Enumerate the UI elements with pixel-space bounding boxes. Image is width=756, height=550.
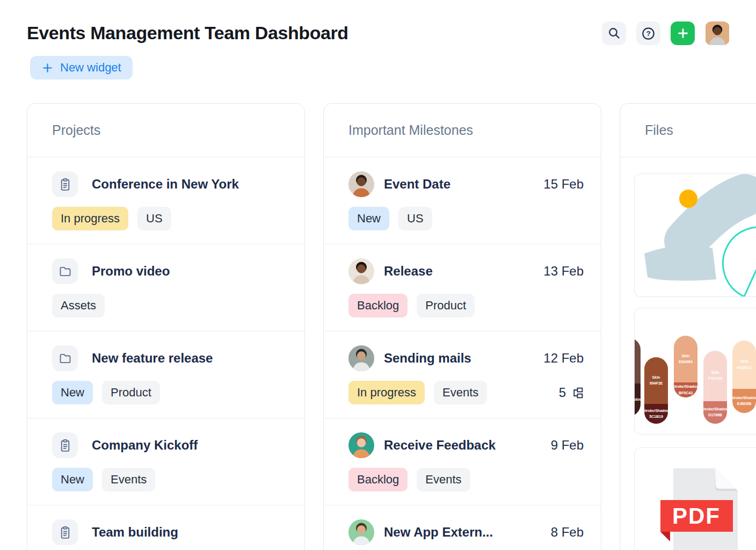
status-badge: New (52, 381, 93, 404)
project-row[interactable]: Conference in New York In progress US (27, 157, 304, 244)
tag-badge: Product (417, 294, 475, 317)
clipboard-icon (52, 171, 78, 197)
palette-swatch: Skin 994F2E Stroke/Shadow 5C1B19 (644, 357, 668, 424)
projects-widget: Projects Conference in New York In progr… (27, 103, 305, 550)
tag-badge: US (137, 207, 171, 230)
milestone-date: 13 Feb (538, 264, 584, 279)
milestone-row[interactable]: Receive Feedback 9 Feb Backlog Events (324, 418, 601, 505)
user-avatar-image (705, 21, 730, 45)
file-thumbnail-skin-palette[interactable]: Stroke/Shadow Skin 994F2E Stroke/Shadow … (634, 308, 756, 435)
palette-swatch: Skin E8A984 Stroke/Shadow BF5C43 (674, 336, 697, 397)
page-title: Events Management Team Dashboard (27, 23, 348, 44)
milestone-date: 15 Feb (538, 177, 584, 192)
pdf-file-icon: PDF (635, 448, 756, 550)
status-badge: In progress (348, 381, 425, 404)
search-button[interactable] (602, 21, 626, 45)
project-row[interactable]: Company Kickoff New Events (27, 418, 304, 505)
milestone-title: Event Date (384, 177, 450, 192)
project-title: Company Kickoff (92, 438, 198, 453)
status-badge: Backlog (348, 468, 408, 491)
clipboard-icon (52, 432, 78, 458)
account-avatar-button[interactable] (705, 21, 730, 45)
tag-badge: Events (102, 468, 155, 491)
project-row[interactable]: Promo video Assets (27, 244, 304, 331)
search-icon (607, 26, 621, 40)
status-badge: New (348, 207, 389, 230)
subtask-counter[interactable]: 5 (559, 385, 584, 400)
question-circle-icon: ? (641, 26, 656, 41)
palette-swatch: Stroke/Shadow (634, 338, 641, 416)
project-title: New feature release (92, 351, 213, 366)
assignee-avatar (348, 258, 374, 284)
clipboard-icon (52, 519, 78, 545)
milestone-title: Sending mails (384, 351, 471, 366)
add-button[interactable] (671, 21, 695, 45)
milestone-title: Receive Feedback (384, 438, 496, 453)
tag-badge: US (398, 207, 432, 230)
project-row[interactable]: Team building (27, 505, 304, 550)
svg-text:PDF: PDF (672, 503, 721, 529)
project-title: Team building (92, 525, 178, 540)
milestones-widget: Important Milestones Event Date 15 Feb N… (323, 103, 601, 550)
milestone-date: 9 Feb (546, 438, 584, 453)
project-title: Promo video (92, 264, 170, 279)
widget-title: Projects (27, 104, 304, 157)
milestone-date: 12 Feb (538, 351, 584, 366)
milestone-title: Release (384, 264, 433, 279)
project-row[interactable]: New feature release New Product (27, 331, 304, 418)
widget-title: Files (620, 104, 756, 157)
new-widget-button[interactable]: New widget (30, 56, 133, 79)
milestone-row[interactable]: Sending mails 12 Feb In progress Events … (324, 331, 601, 418)
tag-badge: Events (434, 381, 487, 404)
status-badge: Backlog (348, 294, 408, 317)
status-badge: New (52, 468, 93, 491)
tag-badge: Product (102, 381, 160, 404)
help-button[interactable]: ? (636, 21, 660, 45)
tag-badge: Assets (52, 294, 105, 317)
dashboard-page: Events Management Team Dashboard ? (0, 0, 756, 550)
project-title: Conference in New York (92, 177, 239, 192)
subitems-tree-icon (571, 387, 584, 399)
svg-text:?: ? (646, 30, 650, 38)
file-thumbnail-abstract-art[interactable] (634, 173, 756, 297)
palette-swatch: Skin F7D7D0 Stroke/Shadow D1786B (703, 351, 727, 424)
milestone-row[interactable]: Event Date 15 Feb New US (324, 157, 601, 244)
milestone-title: New App Extern... (384, 525, 493, 540)
palette-swatch: Skin FDDEC2 Stroke/Shadow E38D5B (732, 341, 756, 413)
files-widget: Files Stroke/Shadow (620, 103, 756, 550)
status-badge: In progress (52, 207, 128, 230)
assignee-avatar (348, 171, 374, 197)
subtask-count: 5 (559, 385, 566, 400)
assignee-avatar (348, 432, 374, 458)
top-actions: ? (602, 21, 730, 45)
assignee-avatar (348, 519, 374, 545)
abstract-art-image (635, 174, 756, 297)
file-thumbnail-pdf[interactable]: PDF (634, 447, 756, 550)
new-widget-label: New widget (60, 61, 121, 75)
milestone-row[interactable]: New App Extern... 8 Feb (324, 505, 601, 550)
plus-icon (41, 62, 54, 74)
folder-icon (52, 345, 78, 371)
milestone-row[interactable]: Release 13 Feb Backlog Product (324, 244, 601, 331)
tag-badge: Events (417, 468, 470, 491)
plus-icon (677, 27, 689, 40)
milestone-date: 8 Feb (546, 525, 584, 540)
folder-icon (52, 258, 78, 284)
assignee-avatar (348, 345, 374, 371)
widget-title: Important Milestones (324, 104, 601, 157)
